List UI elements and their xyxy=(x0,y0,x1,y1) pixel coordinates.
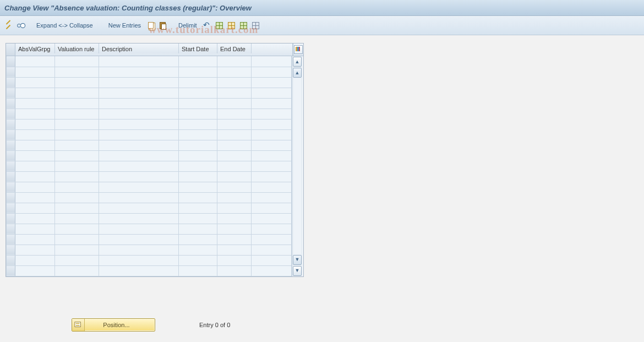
cell-absvalgrpg[interactable] xyxy=(15,129,55,140)
cell-description[interactable] xyxy=(99,150,179,161)
row-selector[interactable] xyxy=(7,224,15,234)
cell-startdate[interactable] xyxy=(179,171,217,182)
cell-enddate[interactable] xyxy=(217,150,252,161)
cell-description[interactable] xyxy=(99,224,179,234)
cell-enddate[interactable] xyxy=(217,192,252,203)
cell-valuationrule[interactable] xyxy=(55,77,99,88)
cell-enddate[interactable] xyxy=(217,119,252,129)
row-selector[interactable] xyxy=(7,192,15,203)
cell-enddate[interactable] xyxy=(217,203,252,213)
cell-description[interactable] xyxy=(99,88,179,98)
cell-description[interactable] xyxy=(99,119,179,129)
col-header-enddate[interactable]: End Date xyxy=(217,44,252,53)
cell-absvalgrpg[interactable] xyxy=(15,88,55,98)
cell-startdate[interactable] xyxy=(179,255,217,265)
cell-startdate[interactable] xyxy=(179,98,217,108)
cell-enddate[interactable] xyxy=(217,171,252,182)
cell-description[interactable] xyxy=(99,192,179,203)
col-header-startdate[interactable]: Start Date xyxy=(179,44,217,53)
table-settings-icon[interactable] xyxy=(294,45,303,54)
cell-enddate[interactable] xyxy=(217,182,252,192)
cell-enddate[interactable] xyxy=(217,213,252,224)
cell-valuationrule[interactable] xyxy=(55,245,99,255)
row-selector[interactable] xyxy=(7,129,15,140)
cell-startdate[interactable] xyxy=(179,234,217,245)
cell-absvalgrpg[interactable] xyxy=(15,203,55,213)
scroll-track[interactable] xyxy=(293,78,301,254)
cell-startdate[interactable] xyxy=(179,108,217,119)
row-selector[interactable] xyxy=(7,56,15,67)
row-selector[interactable] xyxy=(7,171,15,182)
row-selector[interactable] xyxy=(7,77,15,88)
cell-description[interactable] xyxy=(99,98,179,108)
scroll-down2-button[interactable]: ▼ xyxy=(293,255,302,265)
row-selector[interactable] xyxy=(7,203,15,213)
cell-description[interactable] xyxy=(99,129,179,140)
cell-enddate[interactable] xyxy=(217,67,252,77)
cell-startdate[interactable] xyxy=(179,182,217,192)
cell-startdate[interactable] xyxy=(179,56,217,67)
col-header-valuationrule[interactable]: Valuation rule xyxy=(55,44,99,53)
cell-absvalgrpg[interactable] xyxy=(15,265,55,276)
cell-valuationrule[interactable] xyxy=(55,224,99,234)
cell-valuationrule[interactable] xyxy=(55,182,99,192)
cell-enddate[interactable] xyxy=(217,140,252,150)
cell-startdate[interactable] xyxy=(179,140,217,150)
cell-valuationrule[interactable] xyxy=(55,108,99,119)
cell-absvalgrpg[interactable] xyxy=(15,171,55,182)
cell-absvalgrpg[interactable] xyxy=(15,119,55,129)
cell-enddate[interactable] xyxy=(217,98,252,108)
cell-startdate[interactable] xyxy=(179,224,217,234)
cell-description[interactable] xyxy=(99,213,179,224)
position-button[interactable]: Position... xyxy=(72,318,155,332)
cell-enddate[interactable] xyxy=(217,129,252,140)
row-selector[interactable] xyxy=(7,140,15,150)
cell-enddate[interactable] xyxy=(217,245,252,255)
select-all-icon[interactable] xyxy=(215,21,223,30)
row-selector[interactable] xyxy=(7,255,15,265)
cell-enddate[interactable] xyxy=(217,108,252,119)
cell-enddate[interactable] xyxy=(217,88,252,98)
cell-valuationrule[interactable] xyxy=(55,255,99,265)
col-header-absvalgrpg[interactable]: AbsValGrpg xyxy=(15,44,55,53)
cell-valuationrule[interactable] xyxy=(55,161,99,171)
cell-startdate[interactable] xyxy=(179,245,217,255)
new-entries-link[interactable]: New Entries xyxy=(106,20,143,30)
cell-absvalgrpg[interactable] xyxy=(15,77,55,88)
cell-enddate[interactable] xyxy=(217,56,252,67)
cell-valuationrule[interactable] xyxy=(55,98,99,108)
row-selector[interactable] xyxy=(7,98,15,108)
row-selector[interactable] xyxy=(7,182,15,192)
configuration-icon[interactable] xyxy=(251,21,260,30)
cell-absvalgrpg[interactable] xyxy=(15,161,55,171)
cell-enddate[interactable] xyxy=(217,77,252,88)
scroll-down-button[interactable]: ▼ xyxy=(293,266,302,276)
cell-enddate[interactable] xyxy=(217,234,252,245)
cell-startdate[interactable] xyxy=(179,203,217,213)
undo-icon[interactable] xyxy=(203,21,211,30)
delimit-link[interactable]: Delimit xyxy=(176,20,199,30)
col-header-description[interactable]: Description xyxy=(99,44,179,53)
cell-enddate[interactable] xyxy=(217,224,252,234)
cell-startdate[interactable] xyxy=(179,161,217,171)
cell-absvalgrpg[interactable] xyxy=(15,150,55,161)
cell-description[interactable] xyxy=(99,77,179,88)
cell-absvalgrpg[interactable] xyxy=(15,98,55,108)
cell-description[interactable] xyxy=(99,245,179,255)
deselect-all-icon[interactable] xyxy=(239,21,248,30)
cell-absvalgrpg[interactable] xyxy=(15,255,55,265)
cell-valuationrule[interactable] xyxy=(55,119,99,129)
row-selector[interactable] xyxy=(7,265,15,276)
cell-startdate[interactable] xyxy=(179,213,217,224)
row-selector[interactable] xyxy=(7,161,15,171)
delete-icon[interactable] xyxy=(159,21,167,30)
row-selector[interactable] xyxy=(7,234,15,245)
cell-valuationrule[interactable] xyxy=(55,192,99,203)
cell-description[interactable] xyxy=(99,140,179,150)
cell-startdate[interactable] xyxy=(179,88,217,98)
row-selector[interactable] xyxy=(7,245,15,255)
row-selector[interactable] xyxy=(7,213,15,224)
cell-description[interactable] xyxy=(99,171,179,182)
copy-as-icon[interactable] xyxy=(146,21,155,30)
expand-collapse-link[interactable]: Expand <-> Collapse xyxy=(34,20,95,30)
